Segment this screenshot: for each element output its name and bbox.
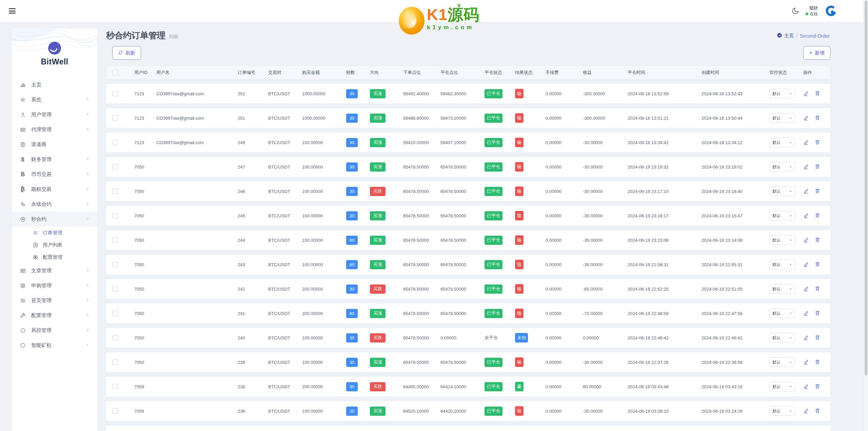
sidebar-item-6[interactable]: B币币交易	[12, 167, 97, 182]
sidebar-item-1[interactable]: 系统	[12, 92, 97, 107]
edit-button[interactable]	[803, 261, 810, 268]
delete-button[interactable]	[814, 310, 821, 317]
row-checkbox[interactable]	[113, 189, 118, 194]
control-status-select[interactable]: 默认▼	[769, 235, 795, 245]
sidebar-item-2[interactable]: 用户管理	[12, 107, 97, 122]
control-status-select[interactable]: 默认▼	[769, 284, 795, 294]
chevron-down-icon: ▼	[789, 288, 792, 291]
sidebar-subitem-9-0[interactable]: 订单管理	[12, 227, 97, 239]
control-status-select[interactable]: 默认▼	[769, 162, 795, 172]
row-checkbox[interactable]	[113, 91, 118, 96]
chevron-left-icon	[85, 313, 90, 318]
row-checkbox[interactable]	[113, 115, 118, 121]
row-checkbox[interactable]	[113, 237, 118, 243]
delete-button[interactable]	[814, 334, 821, 341]
delete-button[interactable]	[814, 383, 821, 390]
page-scrollbar[interactable]	[863, 0, 868, 431]
delete-button[interactable]	[814, 359, 821, 366]
menu-toggle-icon[interactable]	[9, 8, 16, 15]
sidebar-item-label: 渠道商	[31, 141, 90, 148]
row-checkbox[interactable]	[113, 359, 118, 365]
sidebar-item-5[interactable]: $财务管理	[12, 152, 97, 167]
edit-button[interactable]	[803, 334, 810, 341]
cell-close-price: 64414.10000	[440, 384, 485, 389]
cell-create-time: 2024-06-19 22:47:58	[702, 311, 769, 316]
close-state-badge: 已平仓	[485, 211, 502, 220]
control-status-select[interactable]: 默认▼	[769, 211, 795, 220]
trash-icon	[814, 312, 821, 317]
edit-button[interactable]	[803, 163, 810, 170]
edit-button[interactable]	[803, 359, 810, 366]
avatar[interactable]	[824, 4, 838, 18]
row-checkbox[interactable]	[113, 286, 118, 292]
control-status-select[interactable]: 默认▼	[769, 406, 795, 416]
cell-order-no: 248	[238, 140, 268, 145]
row-checkbox[interactable]	[113, 213, 118, 218]
delete-button[interactable]	[814, 188, 821, 195]
edit-button[interactable]	[803, 286, 810, 292]
delete-button[interactable]	[814, 212, 821, 219]
control-status-select[interactable]: 默认▼	[769, 138, 795, 147]
sidebar-item-label: 代理管理	[31, 126, 85, 133]
sidebar-item-11[interactable]: 申购管理	[12, 278, 97, 293]
direction-badge: 买涨	[370, 138, 386, 147]
delete-button[interactable]	[814, 408, 821, 414]
row-checkbox[interactable]	[113, 140, 118, 145]
edit-button[interactable]	[803, 310, 810, 317]
sidebar-item-10[interactable]: 文章管理	[12, 263, 97, 278]
scrollbar-thumb[interactable]	[865, 1, 867, 375]
sidebar-item-9[interactable]: 秒合约	[12, 212, 97, 227]
delete-button[interactable]	[814, 139, 821, 146]
dark-mode-icon[interactable]	[791, 7, 800, 15]
row-checkbox[interactable]	[113, 164, 118, 170]
row-checkbox[interactable]	[113, 408, 118, 414]
control-status-select[interactable]: 默认▼	[769, 333, 795, 342]
delete-button[interactable]	[814, 286, 821, 292]
control-status-select[interactable]: 默认▼	[769, 357, 795, 367]
edit-button[interactable]	[803, 212, 810, 219]
control-status-select[interactable]: 默认▼	[769, 187, 795, 196]
sidebar-item-15[interactable]: 智能矿机	[12, 338, 97, 353]
control-status-select[interactable]: 默认▼	[769, 309, 795, 318]
delete-button[interactable]	[814, 261, 821, 268]
row-checkbox[interactable]	[113, 311, 118, 316]
sidebar-item-13[interactable]: 配置管理	[12, 308, 97, 323]
sidebar-item-0[interactable]: 主页	[12, 77, 97, 92]
delete-button[interactable]	[814, 163, 821, 170]
edit-button[interactable]	[803, 115, 810, 121]
sidebar-subitem-9-1[interactable]: 用户列表	[12, 239, 97, 251]
edit-button[interactable]	[803, 90, 810, 97]
delete-button[interactable]	[814, 115, 821, 121]
sidebar-subitem-9-2[interactable]: 配置管理	[12, 251, 97, 263]
edit-button[interactable]	[803, 383, 810, 390]
row-checkbox[interactable]	[113, 335, 118, 340]
row-checkbox[interactable]	[113, 384, 118, 389]
cell-fee: 0.00000	[546, 189, 583, 194]
sidebar-item-label: 首页管理	[31, 297, 85, 304]
user-info[interactable]: 發財 在线	[806, 5, 818, 17]
add-button[interactable]: + 新增	[803, 46, 830, 60]
row-checkbox[interactable]	[113, 262, 118, 267]
sidebar-item-3[interactable]: 代理管理	[12, 122, 97, 137]
sidebar-item-7[interactable]: ₿期权交易	[12, 182, 97, 197]
trash-icon	[814, 288, 821, 292]
refresh-button[interactable]: 刷新	[112, 46, 141, 60]
sidebar-item-8[interactable]: 永续合约	[12, 197, 97, 212]
edit-button[interactable]	[803, 408, 810, 414]
control-status-select[interactable]: 默认▼	[769, 260, 795, 269]
seconds-badge: 30	[346, 407, 358, 416]
select-all-checkbox[interactable]	[113, 70, 118, 75]
sidebar-item-14[interactable]: 风控管理	[12, 323, 97, 338]
edit-button[interactable]	[803, 139, 810, 146]
control-status-select[interactable]: 默认▼	[769, 382, 795, 391]
edit-button[interactable]	[803, 237, 810, 243]
sidebar-item-4[interactable]: 渠道商	[12, 137, 97, 152]
edit-button[interactable]	[803, 188, 810, 195]
delete-button[interactable]	[814, 90, 821, 97]
sidebar-item-12[interactable]: 首页管理	[12, 293, 97, 308]
chevron-left-icon	[85, 187, 90, 192]
control-status-select[interactable]: 默认▼	[769, 113, 795, 123]
control-status-select[interactable]: 默认▼	[769, 89, 795, 98]
delete-button[interactable]	[814, 237, 821, 243]
breadcrumb-home-link[interactable]: 主页	[777, 33, 794, 39]
